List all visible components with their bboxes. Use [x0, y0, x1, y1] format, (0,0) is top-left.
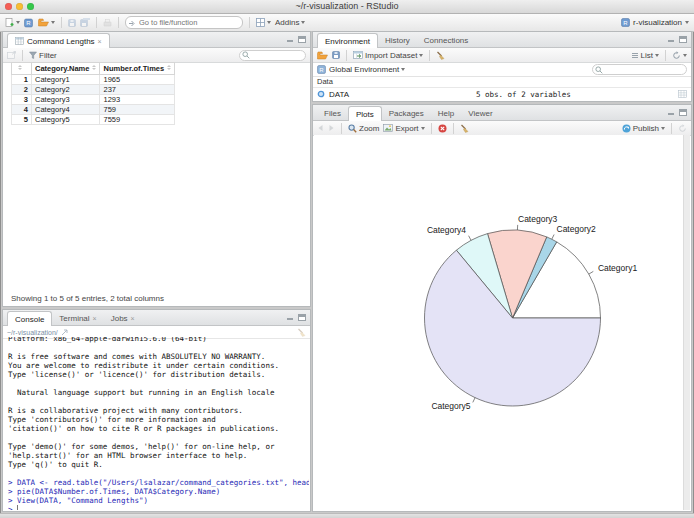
object-name: DATA — [329, 90, 472, 99]
view-table-icon[interactable] — [678, 90, 687, 98]
table-row[interactable]: 2Category2237 — [12, 85, 175, 95]
clear-console-icon[interactable] — [297, 328, 306, 337]
r-environment-icon: R — [317, 65, 326, 74]
environment-search-input[interactable] — [592, 64, 687, 75]
minimize-pane-button[interactable] — [667, 109, 675, 116]
zoom-label: Zoom — [359, 124, 379, 133]
export-plot-button[interactable]: Export — [383, 124, 424, 133]
minimize-pane-button[interactable] — [667, 36, 675, 43]
toolbar-separator — [118, 17, 119, 28]
cell-category-name: Category3 — [32, 95, 100, 105]
row-number: 5 — [12, 115, 32, 125]
column-header-times[interactable]: Number.of.Times — [100, 63, 175, 75]
console-line — [8, 469, 305, 478]
tab-jobs[interactable]: Jobs× — [104, 312, 142, 325]
table-row[interactable]: 1Category11965 — [12, 75, 175, 85]
refresh-plot-button[interactable] — [678, 124, 687, 133]
new-file-button[interactable] — [5, 18, 20, 28]
previous-plot-button[interactable] — [317, 124, 324, 132]
row-number: 3 — [12, 95, 32, 105]
tab-command-lengths[interactable]: Command Lengths × — [7, 33, 110, 48]
save-all-button[interactable] — [80, 18, 90, 27]
maximize-pane-button[interactable] — [298, 36, 306, 43]
tab-viewer[interactable]: Viewer — [461, 107, 499, 120]
table-row[interactable]: 3Category31293 — [12, 95, 175, 105]
environment-search — [592, 64, 687, 75]
close-window-button[interactable] — [5, 3, 12, 10]
cell-category-name: Category5 — [32, 115, 100, 125]
close-icon[interactable]: × — [98, 38, 102, 45]
tab-files[interactable]: Files — [317, 107, 348, 120]
tab-terminal[interactable]: Terminal× — [52, 312, 103, 325]
viewer-toolbar: Filter — [3, 48, 310, 63]
environment-object-row[interactable]: DATA 5 obs. of 2 variables — [313, 88, 691, 100]
goto-file-input[interactable] — [125, 16, 243, 29]
tab-console[interactable]: Console — [7, 311, 52, 326]
chevron-down-icon — [301, 21, 305, 24]
plot-scroll-gutter[interactable] — [683, 135, 690, 510]
plots-pane: Files Plots Packages Help Viewer Zoom Ex… — [312, 104, 692, 512]
minimize-window-button[interactable] — [16, 3, 23, 10]
tab-environment[interactable]: Environment — [317, 33, 378, 48]
zoom-window-button[interactable] — [27, 3, 34, 10]
tab-history[interactable]: History — [378, 34, 417, 47]
import-dataset-button[interactable]: Import Dataset — [353, 51, 423, 60]
goto-icon — [128, 19, 136, 27]
console-line: Type 'contributors()' for more informati… — [8, 415, 305, 424]
pie-label-category2: Category2 — [557, 224, 596, 234]
console-line: 'citation()' on how to cite R or R packa… — [8, 424, 305, 433]
maximize-pane-button[interactable] — [679, 109, 687, 116]
clear-all-plots-button[interactable] — [460, 124, 469, 133]
viewer-status-text: Showing 1 to 5 of 5 entries, 2 total col… — [11, 294, 164, 303]
panes-layout-button[interactable] — [256, 18, 271, 27]
scope-selector[interactable]: Global Environment — [329, 65, 405, 74]
save-button[interactable] — [68, 19, 76, 27]
project-menu-button[interactable]: R r-visualization — [621, 18, 689, 27]
publish-button[interactable]: Publish — [622, 124, 665, 133]
row-number-header[interactable] — [12, 63, 32, 75]
new-project-button[interactable]: R — [24, 18, 34, 28]
minimize-pane-button[interactable] — [286, 314, 294, 321]
pie-label-tick — [469, 236, 472, 241]
goto-directory-icon[interactable] — [61, 329, 68, 336]
table-row[interactable]: 5Category57559 — [12, 115, 175, 125]
print-button[interactable] — [103, 19, 112, 27]
import-dataset-label: Import Dataset — [365, 51, 417, 60]
filter-button[interactable]: Filter — [29, 51, 57, 60]
pie-label-tick — [552, 235, 554, 240]
panes-grid-icon — [256, 18, 265, 27]
refresh-environment-button[interactable] — [672, 51, 687, 60]
load-workspace-button[interactable] — [317, 51, 328, 60]
minimize-pane-button[interactable] — [286, 36, 294, 43]
table-row[interactable]: 4Category4759 — [12, 105, 175, 115]
row-number: 2 — [12, 85, 32, 95]
save-workspace-button[interactable] — [332, 51, 340, 59]
remove-plot-button[interactable] — [438, 124, 447, 133]
tab-packages[interactable]: Packages — [382, 107, 431, 120]
tab-help[interactable]: Help — [431, 107, 461, 120]
broom-icon — [460, 124, 469, 133]
tab-connections[interactable]: Connections — [417, 34, 475, 47]
maximize-pane-button[interactable] — [298, 314, 306, 321]
console-line — [8, 379, 305, 388]
list-view-button[interactable]: List — [631, 51, 659, 60]
zoom-plot-button[interactable]: Zoom — [348, 124, 379, 133]
column-header-name[interactable]: Category.Name — [32, 63, 100, 75]
next-plot-button[interactable] — [328, 124, 335, 132]
cell-category-name: Category1 — [32, 75, 100, 85]
tab-marker-icon: × — [131, 315, 135, 322]
maximize-pane-button[interactable] — [679, 36, 687, 43]
open-in-new-window-button[interactable] — [7, 51, 16, 59]
main-toolbar: R Addins R r-visualization — [0, 14, 694, 32]
console-output[interactable]: Platform: x86_64-apple-darwin15.6.0 (64-… — [4, 337, 309, 510]
console-line: > pie(DATA$Number.of.Times, DATA$Categor… — [8, 487, 305, 496]
import-dataset-icon — [353, 51, 363, 59]
chevron-down-icon — [267, 21, 271, 24]
clear-environment-button[interactable] — [436, 51, 445, 60]
tab-plots[interactable]: Plots — [348, 106, 382, 121]
open-file-button[interactable] — [38, 18, 55, 27]
save-all-icon — [80, 18, 90, 27]
plot-canvas[interactable]: Category1Category2Category3Category4Cate… — [314, 135, 690, 510]
broom-icon — [436, 51, 445, 60]
addins-button[interactable]: Addins — [275, 18, 305, 27]
